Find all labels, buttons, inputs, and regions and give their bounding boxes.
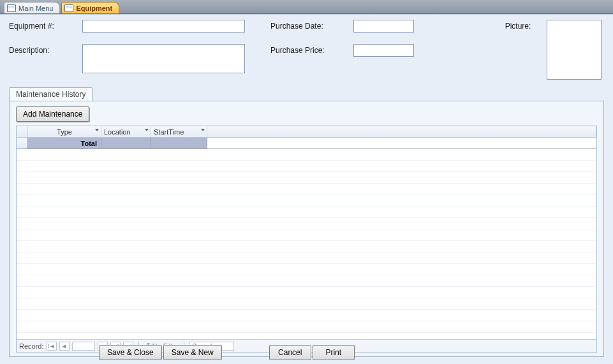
column-spacer (207, 126, 596, 137)
add-maintenance-button[interactable]: Add Maintenance (16, 106, 89, 122)
label-purchase-date: Purchase Date: (270, 20, 353, 31)
form-icon (7, 4, 16, 12)
cancel-button[interactable]: Cancel (269, 345, 311, 360)
column-label: Type (57, 128, 72, 136)
chevron-down-icon (95, 129, 99, 131)
grid-body[interactable] (17, 149, 596, 339)
picture-box[interactable] (547, 20, 602, 80)
label-picture: Picture: (489, 20, 547, 31)
document-tab-bar: Main Menu Equipment (0, 0, 613, 14)
form-footer-buttons: Save & Close Save & New Cancel Print (0, 345, 613, 360)
tab-maintenance-history[interactable]: Maintenance History (9, 87, 92, 101)
column-starttime[interactable]: StartTime (151, 126, 207, 137)
chevron-down-icon (145, 129, 149, 131)
total-label: Total (28, 138, 101, 149)
save-close-button[interactable]: Save & Close (99, 345, 162, 360)
total-cell-starttime (151, 138, 207, 149)
input-purchase-price[interactable] (353, 44, 414, 57)
tab-label: Equipment (76, 4, 112, 12)
column-label: Location (104, 128, 131, 136)
tab-control: Maintenance History Add Maintenance Type… (9, 87, 604, 357)
tab-equipment[interactable]: Equipment (61, 2, 119, 13)
label-description: Description: (9, 44, 82, 55)
maintenance-grid: Type Location StartTime Total (16, 126, 597, 353)
column-location[interactable]: Location (101, 126, 151, 137)
input-equipment-number[interactable] (82, 20, 245, 33)
column-label: StartTime (154, 128, 184, 136)
input-description[interactable] (82, 44, 245, 73)
label-purchase-price: Purchase Price: (270, 44, 353, 55)
total-cell-location (101, 138, 151, 149)
chevron-down-icon (201, 129, 205, 131)
label-equipment-number: Equipment #: (9, 20, 82, 31)
tab-label: Main Menu (18, 4, 53, 12)
row-selector-header[interactable] (17, 126, 28, 137)
save-new-button[interactable]: Save & New (163, 345, 222, 360)
input-purchase-date[interactable] (353, 20, 414, 33)
grid-header: Type Location StartTime (17, 126, 596, 138)
tab-main-menu[interactable]: Main Menu (4, 2, 60, 13)
total-spacer (207, 138, 596, 149)
print-button[interactable]: Print (313, 345, 355, 360)
form-surface: Equipment #: Purchase Date: Picture: Des… (0, 14, 613, 364)
column-type[interactable]: Type (28, 126, 101, 137)
grid-total-row: Total (17, 138, 596, 149)
row-selector[interactable] (17, 138, 28, 149)
form-icon (64, 4, 73, 12)
